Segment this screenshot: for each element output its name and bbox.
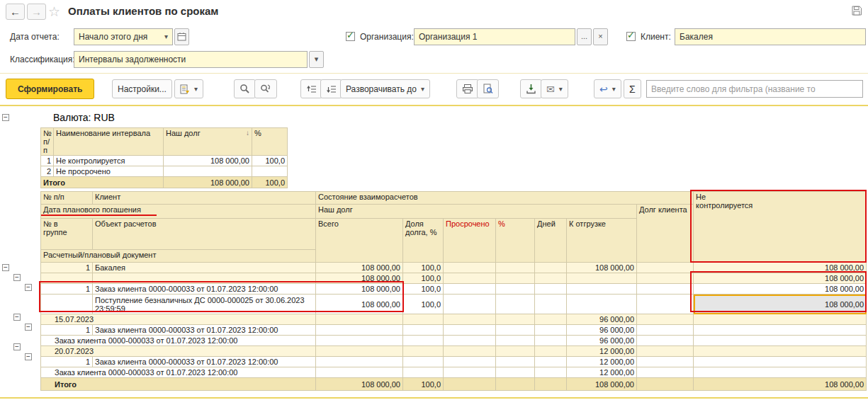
- collapse-groups-button[interactable]: [300, 79, 322, 98]
- cell[interactable]: Поступление безналичных ДС 0000-000025 о…: [93, 295, 316, 314]
- cell[interactable]: [637, 325, 694, 336]
- cell[interactable]: [535, 346, 567, 357]
- header-cell[interactable]: Всего: [316, 219, 403, 263]
- cell[interactable]: [496, 357, 535, 367]
- org-checkbox[interactable]: ✓: [346, 32, 355, 41]
- cell[interactable]: [496, 314, 535, 325]
- cell[interactable]: [496, 378, 535, 391]
- favorite-star-icon[interactable]: ☆: [48, 4, 60, 20]
- header-cell[interactable]: Состояние взаиморасчетов: [316, 192, 694, 205]
- cell[interactable]: Бакалея: [93, 263, 316, 273]
- quick-filter-input[interactable]: [646, 80, 863, 98]
- header-cell[interactable]: Наш долг: [316, 205, 637, 219]
- cell[interactable]: [41, 295, 93, 314]
- header-cell[interactable]: %: [252, 128, 288, 156]
- expand-groups-button[interactable]: [320, 79, 342, 98]
- cell[interactable]: Заказ клиента 0000-000033 от 01.07.2023 …: [93, 284, 316, 295]
- cell[interactable]: [444, 357, 496, 367]
- settings-button[interactable]: Настройки...: [112, 79, 172, 98]
- header-cell[interactable]: ↓ Наш долг: [164, 128, 252, 156]
- client-checkbox[interactable]: ✓: [626, 32, 636, 41]
- cell[interactable]: [444, 314, 496, 325]
- cell[interactable]: [535, 263, 567, 273]
- cell[interactable]: [444, 378, 496, 391]
- cell[interactable]: 100,0: [403, 263, 444, 273]
- cell[interactable]: [567, 273, 637, 284]
- cell[interactable]: [496, 295, 535, 314]
- cell[interactable]: [496, 273, 535, 284]
- cell[interactable]: [637, 346, 694, 357]
- tree-collapse-toggle[interactable]: −: [25, 353, 32, 360]
- cell[interactable]: 100,0: [252, 156, 288, 166]
- cell[interactable]: 1: [41, 156, 54, 166]
- cell[interactable]: [496, 284, 535, 295]
- total-label[interactable]: Итого: [41, 378, 316, 391]
- cell[interactable]: 108 000,00: [694, 273, 867, 284]
- cell[interactable]: [403, 314, 444, 325]
- cell[interactable]: [535, 284, 567, 295]
- cell[interactable]: [444, 367, 496, 378]
- header-cell[interactable]: Объект расчетов: [93, 219, 316, 250]
- print-preview-button[interactable]: [477, 79, 499, 98]
- header-cell[interactable]: Дней: [535, 219, 567, 263]
- tree-collapse-toggle[interactable]: −: [13, 274, 21, 281]
- cell[interactable]: 108 000,00: [316, 295, 403, 314]
- classification-field[interactable]: Интервалы задолженности: [74, 51, 308, 68]
- cell[interactable]: [637, 336, 694, 346]
- expand-to-button[interactable]: Разворачивать до ▾: [340, 79, 430, 98]
- get-link-button[interactable]: ↩ ▾: [594, 79, 621, 98]
- report-variants-button[interactable]: ▾: [174, 79, 203, 98]
- cell[interactable]: 1: [41, 284, 93, 295]
- cell[interactable]: 108 000,00: [567, 378, 637, 391]
- header-cell-planned-date[interactable]: Дата планового погашения: [41, 205, 316, 219]
- cell[interactable]: [694, 346, 867, 357]
- cell[interactable]: 108 000,00: [316, 378, 403, 391]
- cell[interactable]: 1: [41, 263, 93, 273]
- cell[interactable]: [444, 325, 496, 336]
- send-email-button[interactable]: ✉ ▾: [541, 79, 568, 98]
- cell[interactable]: 12 000,00: [567, 367, 637, 378]
- cell[interactable]: [694, 314, 867, 325]
- cell[interactable]: Заказ клиента 0000-000033 от 01.07.2023 …: [93, 325, 316, 336]
- search-button[interactable]: [234, 79, 256, 98]
- cell[interactable]: Не контролируется: [54, 156, 164, 166]
- tree-collapse-toggle[interactable]: −: [13, 343, 21, 350]
- tree-collapse-toggle[interactable]: −: [25, 324, 32, 331]
- cell[interactable]: [93, 273, 316, 284]
- cell[interactable]: [316, 336, 403, 346]
- autosum-button[interactable]: Σ: [624, 79, 641, 98]
- client-field[interactable]: Бакалея: [675, 28, 866, 45]
- cell[interactable]: [444, 273, 496, 284]
- calendar-button[interactable]: [174, 28, 189, 45]
- cell[interactable]: [637, 357, 694, 367]
- cell[interactable]: 12 000,00: [567, 357, 637, 367]
- cell[interactable]: 100,0: [403, 284, 444, 295]
- cell[interactable]: 1: [41, 357, 93, 367]
- cell[interactable]: [403, 346, 444, 357]
- cell[interactable]: 100,0: [252, 177, 288, 188]
- cell[interactable]: [316, 346, 403, 357]
- cell[interactable]: [637, 284, 694, 295]
- cell[interactable]: Заказ клиента 0000-000033 от 01.07.2023 …: [41, 367, 316, 378]
- cell[interactable]: [694, 367, 867, 378]
- tree-collapse-toggle[interactable]: −: [13, 314, 21, 321]
- cell[interactable]: [535, 314, 567, 325]
- cell[interactable]: 100,0: [403, 378, 444, 391]
- cell[interactable]: [637, 295, 694, 314]
- header-cell[interactable]: Наименование интервала: [54, 128, 164, 156]
- print-button[interactable]: [456, 79, 479, 98]
- cell[interactable]: [444, 263, 496, 273]
- cell[interactable]: [535, 367, 567, 378]
- cell[interactable]: [535, 357, 567, 367]
- chevron-down-icon[interactable]: ▾: [164, 29, 168, 45]
- cell[interactable]: Заказ клиента 0000-000033 от 01.07.2023 …: [93, 357, 316, 367]
- cell[interactable]: [637, 378, 694, 391]
- cell[interactable]: 2: [41, 166, 54, 177]
- cell[interactable]: 96 000,00: [567, 325, 637, 336]
- cell[interactable]: 108 000,00: [164, 156, 252, 166]
- cell[interactable]: Не просрочено: [54, 166, 164, 177]
- cell[interactable]: 108 000,00: [164, 177, 252, 188]
- header-cell[interactable]: № в группе: [41, 219, 93, 250]
- cell[interactable]: [637, 263, 694, 273]
- cell[interactable]: [496, 367, 535, 378]
